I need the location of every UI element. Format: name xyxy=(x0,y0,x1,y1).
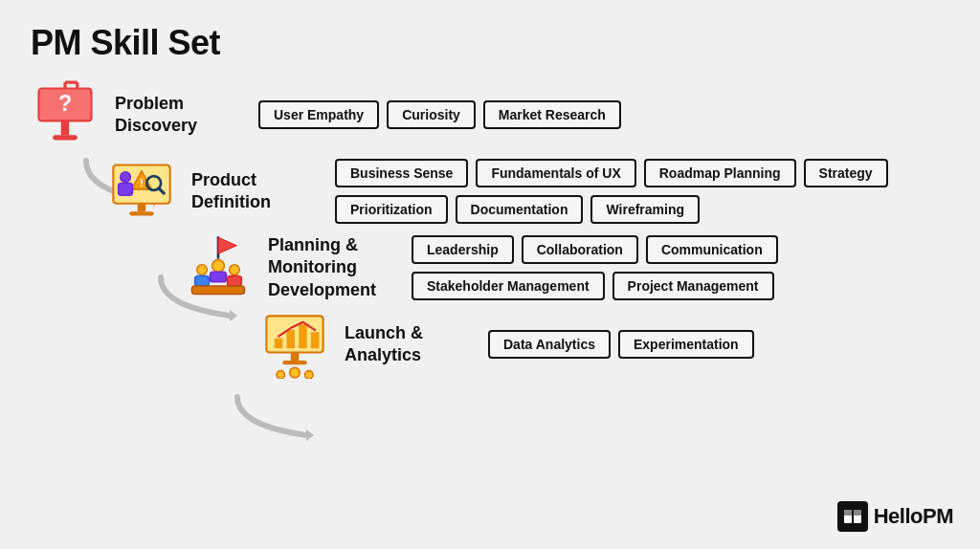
logo-icon-svg xyxy=(842,506,863,527)
svg-rect-33 xyxy=(291,352,299,360)
definition-icon-svg: ! xyxy=(107,157,176,226)
svg-rect-6 xyxy=(53,135,77,140)
svg-rect-32 xyxy=(311,332,319,348)
svg-point-38 xyxy=(305,371,313,379)
product-definition-label: ProductDefinition xyxy=(191,169,316,214)
svg-rect-26 xyxy=(228,275,242,286)
tag-market-research: Market Research xyxy=(483,100,621,129)
row-planning-monitoring: Planning &MonitoringDevelopment Leadersh… xyxy=(31,233,949,302)
svg-text:?: ? xyxy=(58,91,72,116)
tag-business-sense: Business Sense xyxy=(335,159,468,187)
tag-leadership: Leadership xyxy=(412,235,514,264)
svg-rect-34 xyxy=(282,361,306,364)
tag-user-empathy: User Empathy xyxy=(258,100,379,129)
tag-collaboration: Collaboration xyxy=(522,235,638,264)
planning-monitoring-tags: Leadership Collaboration Communication S… xyxy=(412,235,949,300)
svg-rect-42 xyxy=(854,510,861,516)
svg-rect-29 xyxy=(275,339,282,349)
svg-rect-30 xyxy=(287,330,295,348)
svg-rect-27 xyxy=(191,286,244,294)
tag-strategy: Strategy xyxy=(804,159,888,187)
tag-documentation: Documentation xyxy=(456,195,584,224)
tag-fundamentals-ux: Fundamentals of UX xyxy=(476,159,635,187)
svg-rect-22 xyxy=(195,275,210,286)
svg-rect-18 xyxy=(129,211,153,215)
page-title: PM Skill Set xyxy=(31,23,949,63)
launch-analytics-icon xyxy=(260,310,329,379)
logo-text: HelloPM xyxy=(874,504,953,529)
svg-rect-14 xyxy=(119,184,133,196)
main-container: PM Skill Set ? xyxy=(0,0,980,549)
svg-point-35 xyxy=(277,371,284,379)
svg-point-13 xyxy=(121,172,131,183)
svg-rect-41 xyxy=(844,510,852,516)
product-definition-tags: Business Sense Fundamentals of UX Roadma… xyxy=(335,159,949,224)
row-product-definition: ! ProductDefinition Business Sense Funda… xyxy=(31,157,949,226)
launch-analytics-tags: Data Analytics Experimentation xyxy=(488,330,949,359)
tag-prioritization: Prioritization xyxy=(335,195,448,224)
hellopm-logo: HelloPM xyxy=(837,501,953,532)
product-definition-icon: ! xyxy=(107,157,176,226)
planning-icon-svg xyxy=(184,233,253,302)
planning-monitoring-label: Planning &MonitoringDevelopment xyxy=(268,234,392,301)
svg-marker-20 xyxy=(218,237,236,253)
problem-discovery-label: ProblemDiscovery xyxy=(115,93,239,138)
problem-discovery-tags: User Empathy Curiosity Market Research xyxy=(258,100,949,129)
svg-point-37 xyxy=(290,367,301,378)
svg-point-23 xyxy=(212,260,225,273)
launch-icon-svg xyxy=(260,310,329,379)
row-problem-discovery: ? ProblemDiscovery User Empathy Curiosit… xyxy=(31,80,949,149)
problem-icon-svg: ? xyxy=(31,80,100,149)
tag-stakeholder-management: Stakeholder Management xyxy=(412,272,605,300)
tag-curiosity: Curiosity xyxy=(387,100,476,129)
row-launch-analytics: Launch &Analytics Data Analytics Experim… xyxy=(31,310,949,379)
launch-analytics-label: Launch &Analytics xyxy=(345,322,469,367)
svg-rect-24 xyxy=(211,272,227,282)
svg-text:!: ! xyxy=(140,176,144,188)
problem-discovery-icon: ? xyxy=(31,80,100,149)
svg-point-21 xyxy=(197,265,208,275)
tag-experimentation: Experimentation xyxy=(618,330,754,359)
svg-rect-17 xyxy=(138,204,145,211)
planning-monitoring-icon xyxy=(184,233,253,302)
logo-icon xyxy=(837,501,868,532)
tag-wireframing: Wireframing xyxy=(590,195,700,224)
svg-rect-31 xyxy=(299,324,306,348)
tag-communication: Communication xyxy=(646,235,778,264)
tag-project-management: Project Management xyxy=(612,272,774,300)
svg-rect-5 xyxy=(61,121,69,135)
rows-wrapper: ? ProblemDiscovery User Empathy Curiosit… xyxy=(31,80,949,386)
svg-point-25 xyxy=(230,265,240,275)
tag-data-analytics: Data Analytics xyxy=(488,330,611,359)
svg-marker-2 xyxy=(306,429,314,441)
tag-roadmap-planning: Roadmap Planning xyxy=(644,159,796,187)
